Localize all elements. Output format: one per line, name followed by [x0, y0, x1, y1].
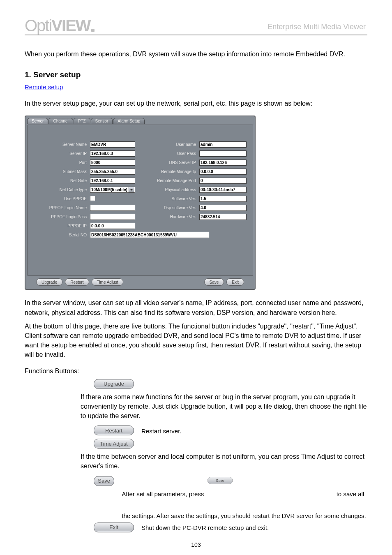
- restart-button: Restart: [94, 426, 134, 435]
- exit-button-ss[interactable]: Exit: [226, 278, 244, 286]
- tab-sensor[interactable]: Sensor: [91, 118, 113, 124]
- label-hardware-ver: Hardware Ver.: [138, 215, 196, 219]
- label-server-ip: Server IP: [33, 151, 87, 156]
- restart-button-ss[interactable]: Restart: [65, 278, 89, 286]
- intro-paragraph-3: In the server window, user can set up al…: [25, 298, 367, 317]
- save-button: Save: [94, 476, 114, 486]
- exit-button: Exit: [94, 523, 134, 532]
- label-pppoe-ip: PPPOE IP: [33, 224, 87, 228]
- input-software-ver: [199, 196, 247, 202]
- input-net-gate[interactable]: [90, 178, 135, 184]
- tab-server[interactable]: Server: [27, 118, 48, 124]
- label-remote-manage-port: Remote Manage Port: [138, 178, 196, 183]
- restart-description: Restart server.: [141, 427, 182, 435]
- label-net-cable-type: Net Cable type: [33, 187, 87, 192]
- input-hardware-ver: [199, 214, 247, 220]
- save-description-a: After set all parameters, press: [122, 490, 204, 497]
- select-net-cable-type-value: 10M/100M(5 cable): [91, 187, 127, 192]
- input-port[interactable]: [90, 160, 135, 166]
- input-user-pass[interactable]: [199, 150, 247, 157]
- input-pppoe-login-pass[interactable]: [90, 214, 135, 220]
- logo-dot: [91, 29, 95, 32]
- functions-buttons-heading: Functions Buttons:: [25, 366, 367, 376]
- logo-a: Opti: [25, 16, 51, 35]
- time-adjust-button: Time Adjust: [94, 439, 134, 449]
- time-adjust-description: If the time between server and local com…: [81, 452, 367, 471]
- save-button-ss[interactable]: Save: [204, 278, 224, 286]
- logo-b: VIEW: [51, 16, 90, 35]
- input-pppoe-ip[interactable]: [90, 223, 135, 229]
- label-pppoe-login-pass: PPPOE Login Pass: [33, 215, 87, 219]
- input-pppoe-login-name[interactable]: [90, 205, 135, 211]
- input-dsp-software-ver: [199, 205, 247, 211]
- chevron-down-icon: [129, 187, 134, 192]
- label-net-gate: Net Gate: [33, 178, 87, 183]
- input-server-name[interactable]: [90, 141, 135, 148]
- input-serial-no: [90, 232, 209, 238]
- input-remote-manage-port[interactable]: [199, 178, 247, 184]
- label-pppoe-login-name: PPPOE Login Name: [33, 206, 87, 210]
- intro-paragraph-2: In the server setup page, your can set u…: [25, 99, 367, 108]
- time-adjust-button-ss[interactable]: Time Adjust: [92, 278, 124, 286]
- checkbox-use-pppoe[interactable]: [90, 196, 95, 201]
- label-user-pass: User Pass: [138, 151, 196, 156]
- select-net-cable-type[interactable]: 10M/100M(5 cable): [90, 187, 135, 193]
- intro-paragraph-1: When you perform these operations, DVR s…: [25, 49, 367, 59]
- label-physical-address: Physical address: [138, 187, 196, 192]
- section-title: 1. Server setup: [25, 70, 367, 79]
- tab-ptz[interactable]: PTZ: [74, 118, 90, 124]
- exit-description: Shut down the PC-DVR remote setup and ex…: [141, 523, 269, 531]
- label-port: Port: [33, 160, 87, 165]
- after-paragraph: At the bottom of this page, there are fi…: [25, 321, 367, 360]
- label-dns: DNS Server IP: [138, 160, 196, 165]
- server-setup-screenshot: Server Channel PTZ Sensor Alarm Setup Se…: [25, 116, 256, 290]
- input-user-name[interactable]: [199, 141, 247, 148]
- input-physical-address[interactable]: [199, 187, 247, 193]
- label-remote-manage-ip: Remote Manage Ip: [138, 169, 196, 174]
- subsection-link: Remote setup: [25, 83, 367, 90]
- label-subnet-mask: Subnet Mask: [33, 169, 87, 174]
- label-software-ver: Software Ver.: [138, 197, 196, 201]
- label-server-name: Server Name: [33, 142, 87, 147]
- input-remote-manage-ip[interactable]: [199, 169, 247, 175]
- tab-alarm-setup[interactable]: Alarm Setup: [113, 118, 145, 124]
- upgrade-description: If there are some new functions for the …: [81, 392, 367, 421]
- label-dsp-software-ver: Dsp software Ver.: [138, 206, 196, 210]
- tab-channel[interactable]: Channel: [48, 118, 73, 124]
- label-serial-no: Serial NO: [33, 233, 87, 237]
- label-use-pppoe: Use PPPOE: [33, 197, 87, 201]
- input-subnet-mask[interactable]: [90, 169, 135, 175]
- upgrade-button-ss[interactable]: Upgrade: [36, 278, 62, 286]
- page-number: 103: [191, 541, 201, 548]
- input-dns[interactable]: [199, 160, 247, 166]
- save-button-inline: Save: [208, 477, 233, 484]
- input-server-ip[interactable]: [90, 150, 135, 157]
- label-user-name: User name: [138, 142, 196, 147]
- upgrade-button: Upgrade: [94, 379, 134, 389]
